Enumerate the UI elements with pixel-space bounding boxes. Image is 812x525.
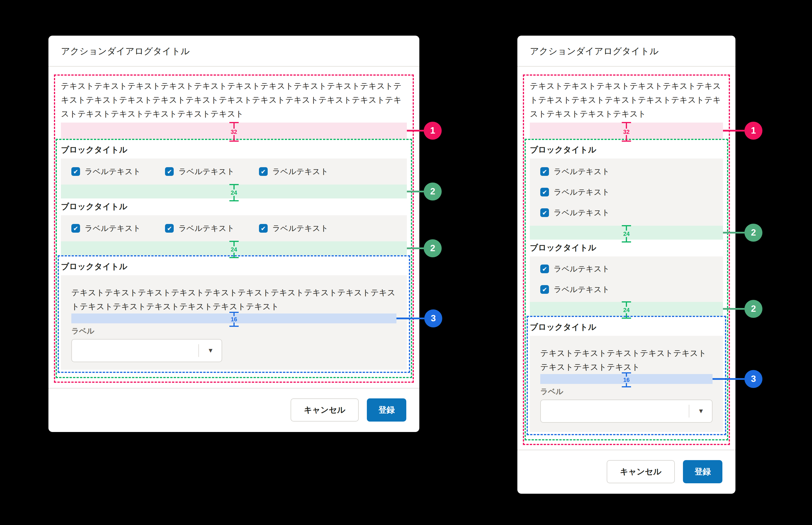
checkbox-label: ラベルテキスト [554, 208, 610, 217]
annotation-callout-1: 1 [723, 122, 763, 140]
annotation-callout-3: 3 [396, 310, 442, 327]
dialog-footer: キャンセル 登録 [48, 388, 419, 432]
checkbox-label: ラベルテキスト [554, 188, 610, 196]
dialog-title: アクションダイアログタイトル [61, 45, 407, 57]
block-title: ブロックタイトル [530, 241, 723, 254]
spacing-ruler-32: 32 [622, 122, 631, 142]
spacing-value: 24 [623, 231, 629, 237]
cancel-button[interactable]: キャンセル [607, 460, 675, 483]
dialog-header: アクションダイアログタイトル [517, 36, 736, 66]
checkbox-checked[interactable]: ✔ [165, 167, 174, 176]
annotation-badge-3: 3 [424, 310, 442, 327]
select-input[interactable]: ▼ [71, 339, 222, 362]
annotation-callout-1: 1 [407, 122, 442, 140]
check-icon: ✔ [542, 189, 547, 195]
checkbox-group: ✔ ラベルテキスト ✔ ラベルテキスト ✔ ラベルテキスト [530, 159, 723, 226]
outer-spacing-annotation-frame: テキストテキストテキストテキストテキストテキストテキストテキストテキストテキスト… [523, 74, 730, 445]
spacing-value: 32 [623, 129, 629, 135]
checkbox-checked[interactable]: ✔ [540, 265, 549, 273]
checkbox-checked[interactable]: ✔ [259, 167, 268, 176]
checkbox-checked[interactable]: ✔ [259, 224, 268, 232]
checkbox-item[interactable]: ✔ ラベルテキスト [259, 224, 328, 232]
block-title: ブロックタイトル [61, 144, 407, 156]
select-input[interactable]: ▼ [540, 400, 712, 423]
dropdown-arrow-icon: ▼ [698, 408, 704, 414]
checkbox-label: ラベルテキスト [272, 224, 328, 232]
checkbox-item[interactable]: ✔ ラベルテキスト [71, 224, 141, 232]
checkbox-checked[interactable]: ✔ [540, 208, 549, 217]
checkbox-label: ラベルテキスト [554, 265, 610, 273]
annotation-callout-2: 2 [723, 300, 763, 318]
section-text: テキストテキストテキストテキストテキストテキストテキストテキスト [540, 346, 712, 374]
submit-button[interactable]: 登録 [683, 460, 722, 483]
checkbox-item[interactable]: ✔ ラベルテキスト [540, 265, 712, 273]
block-spacing-annotation-frame: ブロックタイトル ✔ ラベルテキスト ✔ ラベルテキスト ✔ ラベルテキスト [56, 139, 412, 378]
spacing-value: 32 [231, 129, 237, 135]
annotation-badge-1: 1 [424, 122, 442, 140]
checkbox-checked[interactable]: ✔ [540, 285, 549, 294]
check-icon: ✔ [542, 266, 547, 272]
check-icon: ✔ [542, 210, 547, 216]
spacing-ruler-24: 24 [229, 241, 239, 258]
spacing-bar-32: 32 1 [61, 123, 407, 139]
dialog-body: テキストテキストテキストテキストテキストテキストテキストテキストテキストテキスト… [48, 66, 419, 388]
checkbox-checked[interactable]: ✔ [540, 188, 549, 196]
checkbox-checked[interactable]: ✔ [540, 167, 549, 176]
annotation-badge-1: 1 [744, 122, 763, 140]
checkbox-label: ラベルテキスト [85, 224, 141, 232]
spacing-bar-24: 24 2 [61, 241, 407, 255]
spacing-value: 24 [231, 246, 237, 253]
spacing-bar-16: 16 3 [71, 314, 396, 323]
dialog-title: アクションダイアログタイトル [530, 45, 723, 57]
check-icon: ✔ [542, 287, 547, 292]
checkbox-checked[interactable]: ✔ [71, 167, 80, 176]
spacing-bar-32: 32 1 [530, 123, 723, 139]
checkbox-item[interactable]: ✔ ラベルテキスト [540, 208, 712, 217]
dialog-body: テキストテキストテキストテキストテキストテキストテキストテキストテキストテキスト… [517, 66, 736, 450]
select-field-label: ラベル [540, 387, 712, 396]
checkbox-checked[interactable]: ✔ [71, 224, 80, 232]
checkbox-label: ラベルテキスト [178, 167, 234, 176]
dialog-footer: キャンセル 登録 [517, 450, 736, 494]
action-dialog-mobile: アクションダイアログタイトル テキストテキストテキストテキストテキストテキストテ… [517, 36, 736, 494]
checkbox-item[interactable]: ✔ ラベルテキスト [165, 167, 234, 176]
annotation-badge-2: 2 [424, 182, 442, 200]
annotation-badge-2: 2 [424, 239, 442, 257]
check-icon: ✔ [73, 169, 78, 175]
checkbox-item[interactable]: ✔ ラベルテキスト [540, 167, 712, 176]
checkbox-item[interactable]: ✔ ラベルテキスト [165, 224, 234, 232]
checkbox-label: ラベルテキスト [554, 285, 610, 294]
annotation-badge-3: 3 [744, 370, 763, 388]
spacing-bar-16: 16 3 [540, 374, 712, 384]
annotation-callout-2: 2 [407, 182, 442, 200]
annotation-callout-2: 2 [723, 224, 763, 242]
block-title: ブロックタイトル [61, 260, 407, 273]
checkbox-item[interactable]: ✔ ラベルテキスト [540, 188, 712, 196]
spacing-ruler-32: 32 [229, 122, 239, 142]
spacing-ruler-16: 16 [622, 372, 631, 387]
select-divider [689, 405, 689, 418]
checkbox-item[interactable]: ✔ ラベルテキスト [540, 285, 712, 294]
check-icon: ✔ [261, 169, 266, 175]
select-divider [198, 344, 199, 357]
checkbox-checked[interactable]: ✔ [165, 224, 174, 232]
spacing-bar-24: 24 2 [530, 302, 723, 316]
checkbox-item[interactable]: ✔ ラベルテキスト [259, 167, 328, 176]
cancel-button[interactable]: キャンセル [291, 399, 359, 422]
section-text: テキストテキストテキストテキストテキストテキストテキストテキストテキストテキスト… [71, 286, 396, 314]
dropdown-arrow-icon: ▼ [207, 347, 214, 354]
submit-button[interactable]: 登録 [367, 399, 406, 422]
annotation-badge-2: 2 [744, 224, 763, 242]
action-dialog-desktop: アクションダイアログタイトル テキストテキストテキストテキストテキストテキストテ… [48, 36, 419, 432]
outer-spacing-annotation-frame: テキストテキストテキストテキストテキストテキストテキストテキストテキストテキスト… [54, 74, 414, 383]
spacing-bar-24: 24 2 [530, 226, 723, 240]
checkbox-item[interactable]: ✔ ラベルテキスト [71, 167, 141, 176]
checkbox-group: ✔ ラベルテキスト ✔ ラベルテキスト ✔ ラベルテキスト [61, 215, 407, 241]
block-spacing-annotation-frame: ブロックタイトル ✔ ラベルテキスト ✔ ラベルテキスト ✔ ラベルテキスト [525, 139, 728, 440]
form-section: テキストテキストテキストテキストテキストテキストテキストテキストテキストテキスト… [61, 275, 407, 370]
check-icon: ✔ [73, 225, 78, 231]
spacing-value: 16 [231, 316, 237, 322]
form-section: テキストテキストテキストテキストテキストテキストテキストテキスト 16 3 [530, 336, 723, 432]
checkbox-label: ラベルテキスト [272, 167, 328, 176]
checkbox-group: ✔ ラベルテキスト ✔ ラベルテキスト [530, 256, 723, 302]
